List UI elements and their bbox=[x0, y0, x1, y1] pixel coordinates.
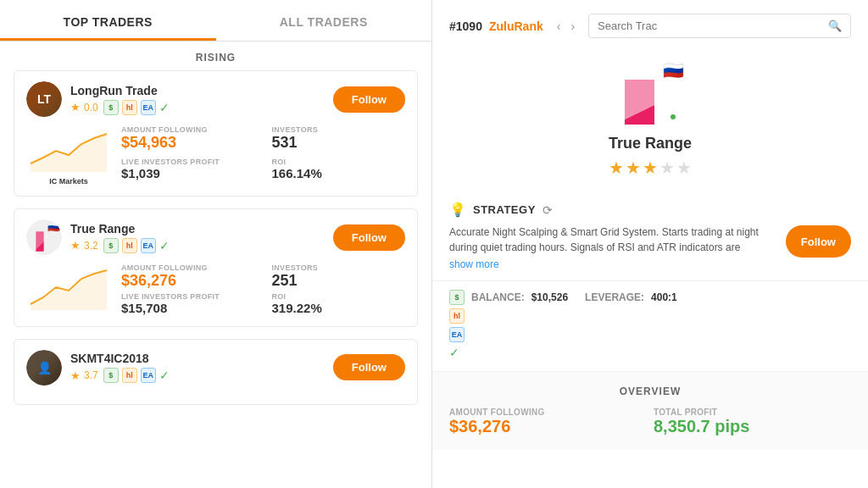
overview-amount-label: AMOUNT FOLLOWING bbox=[449, 408, 647, 417]
trader-stats-truerange: AMOUNT FOLLOWING $36,276 INVESTORS 251 L… bbox=[26, 263, 405, 316]
chart-truerange bbox=[26, 263, 111, 316]
badge-hl-skmt: hl bbox=[122, 368, 137, 383]
leverage-label: LEVERAGE: bbox=[585, 291, 644, 303]
overview-title: OVERVIEW bbox=[449, 385, 851, 397]
trader-card-truerange: 🇷🇺 True Range ★ 3.2 bbox=[14, 208, 418, 327]
strategy-section: 💡 STRATEGY ⟳ Accurate Night Scalping & S… bbox=[432, 202, 868, 281]
overview-profit-label: TOTAL PROFIT bbox=[654, 408, 851, 417]
stat-live-profit-longrun: LIVE INVESTORS PROFIT $1,039 bbox=[121, 158, 255, 186]
check-row: ✓ bbox=[449, 346, 851, 359]
overview-profit-value: 8,350.7 pips bbox=[654, 417, 851, 436]
trader-name-skmt: SKMT4IC2018 bbox=[70, 352, 170, 365]
stat-investors-longrun: INVESTORS 531 bbox=[272, 125, 406, 156]
leverage-value: 400:1 bbox=[651, 291, 677, 303]
ea-row: EA bbox=[449, 327, 851, 342]
trader-badges-longrun: ★ 0.0 $ hl EA ✓ bbox=[70, 100, 170, 115]
follow-button-detail[interactable]: Follow bbox=[786, 225, 851, 258]
rank-number: #1090 bbox=[449, 19, 482, 33]
show-more-link[interactable]: show more bbox=[449, 258, 777, 270]
svg-marker-0 bbox=[31, 134, 107, 172]
right-top: #1090 ZuluRank ‹ › 🔍 bbox=[432, 0, 868, 52]
nav-arrows: ‹ › bbox=[554, 18, 578, 35]
badge-dollar-longrun: $ bbox=[103, 100, 119, 115]
search-input[interactable] bbox=[598, 19, 823, 32]
right-panel: #1090 ZuluRank ‹ › 🔍 🇷🇺 True Range ★ ★ bbox=[432, 0, 868, 488]
search-box: 🔍 bbox=[588, 14, 851, 38]
stat-investors-truerange: INVESTORS 251 bbox=[272, 263, 406, 291]
stat-roi-truerange: ROI 319.22% bbox=[272, 292, 406, 316]
stat-amount-following-truerange: AMOUNT FOLLOWING $36,276 bbox=[121, 263, 255, 291]
overview-amount-following: AMOUNT FOLLOWING $36,276 bbox=[449, 408, 647, 436]
nav-next-arrow[interactable]: › bbox=[567, 18, 578, 35]
stats-grid-truerange: AMOUNT FOLLOWING $36,276 INVESTORS 251 L… bbox=[121, 263, 405, 316]
trader-badges-skmt: ★ 3.7 $ hl EA ✓ bbox=[70, 368, 170, 383]
follow-button-longrun[interactable]: Follow bbox=[333, 86, 405, 113]
trader-card-skmt: 👤 SKMT4IC2018 ★ 3.7 $ hl EA ✓ bbox=[14, 339, 418, 405]
balance-label: BALANCE: bbox=[471, 291, 525, 303]
stat-amount-following-longrun: AMOUNT FOLLOWING $54,963 bbox=[121, 125, 255, 156]
badge-ea-longrun: EA bbox=[141, 100, 156, 115]
rank-bar: #1090 ZuluRank ‹ › 🔍 bbox=[449, 14, 851, 38]
trader-badges-truerange: ★ 3.2 $ hl EA ✓ bbox=[70, 238, 170, 253]
broker-logo-longrun: IC Markets bbox=[26, 177, 111, 186]
overview-section: OVERVIEW AMOUNT FOLLOWING $36,276 TOTAL … bbox=[432, 372, 868, 450]
trader-header-longrun: LT LongRun Trade ★ 0.0 $ hl EA ✓ bbox=[26, 81, 405, 117]
strategy-text: Accurate Night Scalping & Smart Grid Sys… bbox=[449, 225, 777, 255]
profile-section: 🇷🇺 True Range ★ ★ ★ ★ ★ bbox=[432, 52, 868, 202]
stat-live-profit-truerange: LIVE INVESTORS PROFIT $15,708 bbox=[121, 292, 255, 316]
online-indicator bbox=[669, 113, 677, 121]
trader-stats-longrun: IC Markets AMOUNT FOLLOWING $54,963 INVE… bbox=[26, 125, 405, 186]
left-panel: TOP TRADERS ALL TRADERS RISING LT LongRu… bbox=[0, 0, 432, 488]
trader-info-skmt: 👤 SKMT4IC2018 ★ 3.7 $ hl EA ✓ bbox=[26, 350, 170, 385]
profile-stars: ★ ★ ★ ★ ★ bbox=[609, 158, 692, 178]
overview-amount-value: $36,276 bbox=[449, 417, 647, 436]
traders-list: LT LongRun Trade ★ 0.0 $ hl EA ✓ bbox=[0, 70, 431, 488]
rank-label: ZuluRank bbox=[489, 19, 543, 33]
star-icon-skmt: ★ bbox=[70, 369, 81, 382]
follow-button-truerange[interactable]: Follow bbox=[333, 225, 405, 251]
badge-check-truerange: ✓ bbox=[159, 239, 170, 252]
tab-all-traders[interactable]: ALL TRADERS bbox=[216, 0, 432, 41]
trader-info-truerange: 🇷🇺 True Range ★ 3.2 bbox=[26, 219, 170, 255]
star-4: ★ bbox=[659, 158, 675, 178]
badge-check-longrun: ✓ bbox=[159, 101, 170, 114]
verified-icon: ✓ bbox=[449, 346, 459, 359]
badge-check-skmt: ✓ bbox=[159, 369, 170, 382]
tab-top-traders[interactable]: TOP TRADERS bbox=[0, 0, 216, 41]
balance-row: $ BALANCE: $10,526 LEVERAGE: 400:1 bbox=[449, 290, 851, 305]
trader-info-longrun: LT LongRun Trade ★ 0.0 $ hl EA ✓ bbox=[26, 81, 170, 117]
bulb-icon: 💡 bbox=[449, 202, 466, 218]
balance-dollar-icon: $ bbox=[449, 290, 465, 305]
badge-hl-longrun: hl bbox=[122, 100, 137, 115]
stat-roi-longrun: ROI 166.14% bbox=[272, 158, 406, 186]
profile-logo: 🇷🇺 bbox=[616, 60, 684, 128]
avatar-skmt: 👤 bbox=[26, 350, 62, 385]
tabs: TOP TRADERS ALL TRADERS bbox=[0, 0, 431, 42]
badge-dollar-truerange: $ bbox=[103, 238, 119, 253]
badge-ea-skmt: EA bbox=[141, 368, 156, 383]
refresh-icon[interactable]: ⟳ bbox=[542, 203, 553, 217]
profile-logo-shape bbox=[616, 75, 667, 126]
hl-row: hl bbox=[449, 308, 851, 324]
truerange-logo-icon bbox=[28, 230, 52, 253]
strategy-title: STRATEGY bbox=[473, 203, 536, 216]
section-label: RISING bbox=[0, 42, 431, 70]
star-icon-truerange: ★ bbox=[70, 239, 81, 252]
avatar-truerange: 🇷🇺 bbox=[26, 219, 62, 255]
star-1: ★ bbox=[609, 158, 624, 178]
trader-name-longrun: LongRun Trade bbox=[70, 84, 170, 97]
flag-icon-detail: 🇷🇺 bbox=[663, 60, 684, 80]
trader-header-skmt: 👤 SKMT4IC2018 ★ 3.7 $ hl EA ✓ bbox=[26, 350, 405, 385]
nav-prev-arrow[interactable]: ‹ bbox=[554, 18, 565, 35]
overview-grid: AMOUNT FOLLOWING $36,276 TOTAL PROFIT 8,… bbox=[449, 408, 851, 436]
badge-ea-truerange: EA bbox=[141, 238, 156, 253]
star-value-skmt: 3.7 bbox=[84, 369, 98, 381]
chart-longrun: IC Markets bbox=[26, 125, 111, 186]
follow-button-skmt[interactable]: Follow bbox=[333, 354, 405, 380]
strategy-header: 💡 STRATEGY ⟳ bbox=[449, 202, 777, 218]
stats-grid-longrun: AMOUNT FOLLOWING $54,963 INVESTORS 531 L… bbox=[121, 125, 405, 186]
star-5: ★ bbox=[676, 158, 692, 178]
star-2: ★ bbox=[626, 158, 641, 178]
profile-name: True Range bbox=[609, 135, 692, 152]
strategy-row: 💡 STRATEGY ⟳ Accurate Night Scalping & S… bbox=[449, 202, 851, 270]
